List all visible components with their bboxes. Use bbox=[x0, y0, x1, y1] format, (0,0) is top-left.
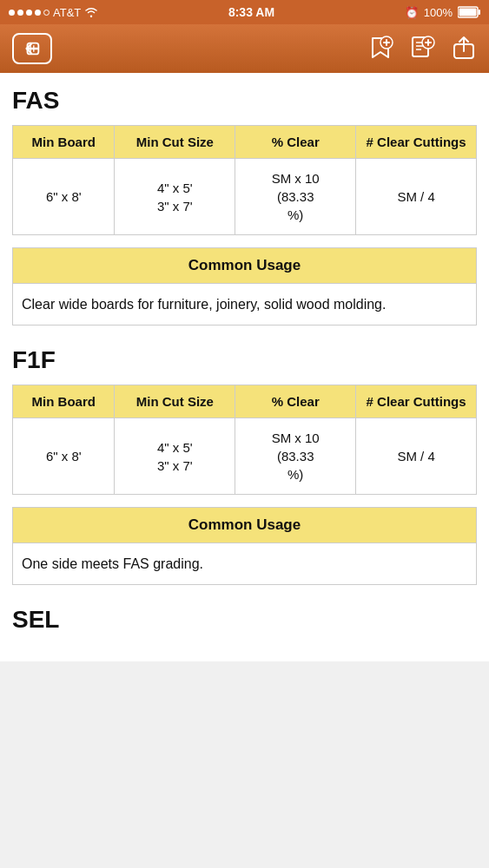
f1f-header-row: Min Board Min Cut Size % Clear # Clear C… bbox=[13, 385, 477, 418]
f1f-table: Min Board Min Cut Size % Clear # Clear C… bbox=[12, 385, 477, 495]
book-icon bbox=[23, 39, 42, 58]
fas-col-min-board: Min Board bbox=[13, 126, 115, 159]
f1f-title: F1F bbox=[12, 346, 477, 374]
fas-min-cut: 4" x 5'3" x 7' bbox=[115, 159, 235, 235]
f1f-common-usage: Common Usage One side meets FAS grading. bbox=[12, 507, 477, 585]
status-bar: AT&T 8:33 AM ⏰ 100% bbox=[0, 0, 489, 24]
dot3 bbox=[26, 10, 32, 16]
sel-section: SEL bbox=[12, 606, 477, 634]
share-button[interactable] bbox=[451, 34, 477, 63]
fas-clear-pct: SM x 10(83.33%) bbox=[235, 159, 356, 235]
fas-col-clear-cut: # Clear Cuttings bbox=[356, 126, 477, 159]
fas-title: FAS bbox=[12, 87, 477, 115]
f1f-col-clear-pct: % Clear bbox=[235, 385, 356, 418]
sel-title: SEL bbox=[12, 606, 477, 634]
back-button[interactable] bbox=[12, 33, 52, 64]
nav-actions bbox=[367, 34, 477, 63]
f1f-min-cut: 4" x 5'3" x 7' bbox=[115, 418, 235, 495]
signal-dots bbox=[9, 10, 50, 16]
fas-min-board: 6" x 8' bbox=[13, 159, 115, 235]
f1f-clear-pct: SM x 10(83.33%) bbox=[235, 418, 356, 495]
dot1 bbox=[9, 10, 15, 16]
alarm-icon: ⏰ bbox=[405, 6, 419, 19]
time-display: 8:33 AM bbox=[228, 5, 274, 19]
fas-col-min-cut: Min Cut Size bbox=[115, 126, 235, 159]
battery-icon bbox=[458, 6, 480, 18]
fas-clear-cut: SM / 4 bbox=[356, 159, 477, 235]
wifi-icon bbox=[84, 7, 98, 17]
note-add-button[interactable] bbox=[409, 34, 435, 63]
fas-section: FAS Min Board Min Cut Size % Clear # Cle… bbox=[12, 87, 477, 326]
svg-rect-2 bbox=[459, 9, 477, 16]
f1f-col-min-board: Min Board bbox=[13, 385, 115, 418]
status-right: ⏰ 100% bbox=[405, 6, 480, 19]
nav-bar bbox=[0, 24, 489, 73]
fas-data-row: 6" x 8' 4" x 5'3" x 7' SM x 10(83.33%) S… bbox=[13, 159, 477, 235]
bookmark-add-button[interactable] bbox=[367, 34, 393, 63]
fas-col-clear-pct: % Clear bbox=[235, 126, 356, 159]
carrier-label: AT&T bbox=[53, 6, 81, 19]
f1f-col-min-cut: Min Cut Size bbox=[115, 385, 235, 418]
fas-usage-text: Clear wide boards for furniture, joinery… bbox=[13, 284, 476, 325]
fas-table: Min Board Min Cut Size % Clear # Clear C… bbox=[12, 125, 477, 235]
battery-label: 100% bbox=[424, 6, 453, 19]
f1f-col-clear-cut: # Clear Cuttings bbox=[356, 385, 477, 418]
dot5 bbox=[43, 10, 50, 16]
fas-usage-header: Common Usage bbox=[13, 248, 476, 284]
f1f-clear-cut: SM / 4 bbox=[356, 418, 477, 495]
f1f-min-board: 6" x 8' bbox=[13, 418, 115, 495]
status-left: AT&T bbox=[9, 6, 98, 19]
dot4 bbox=[35, 10, 41, 16]
f1f-usage-text: One side meets FAS grading. bbox=[13, 543, 476, 584]
main-content: FAS Min Board Min Cut Size % Clear # Cle… bbox=[0, 73, 489, 661]
f1f-usage-header: Common Usage bbox=[13, 508, 476, 543]
fas-header-row: Min Board Min Cut Size % Clear # Clear C… bbox=[13, 126, 477, 159]
svg-rect-1 bbox=[479, 10, 481, 15]
f1f-section: F1F Min Board Min Cut Size % Clear # Cle… bbox=[12, 346, 477, 585]
dot2 bbox=[17, 10, 23, 16]
fas-common-usage: Common Usage Clear wide boards for furni… bbox=[12, 247, 477, 326]
f1f-data-row: 6" x 8' 4" x 5'3" x 7' SM x 10(83.33%) S… bbox=[13, 418, 477, 495]
